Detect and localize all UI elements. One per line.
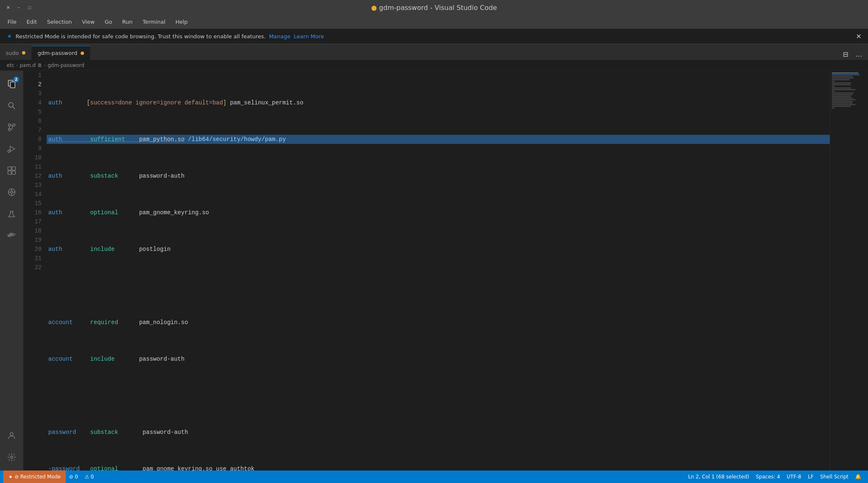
breadcrumb-file-icon: 🗎 bbox=[37, 62, 42, 68]
code-editor[interactable]: auth [success=done ignore=ignore default… bbox=[47, 71, 830, 471]
tab-bar-right: ⊟ … bbox=[836, 48, 868, 60]
breadcrumb-pamd[interactable]: pam.d bbox=[20, 62, 36, 68]
line-num-10: 10 bbox=[23, 153, 42, 162]
explorer-badge: 2 bbox=[13, 77, 19, 82]
menu-bar: File Edit Selection View Go Run Terminal… bbox=[0, 15, 868, 29]
menu-terminal[interactable]: Terminal bbox=[138, 17, 170, 27]
run-debug-activity-icon[interactable] bbox=[2, 139, 22, 159]
menu-selection[interactable]: Selection bbox=[43, 17, 76, 27]
svg-rect-11 bbox=[12, 167, 15, 170]
tab-gdm-password-label: gdm-password bbox=[37, 50, 77, 56]
language-status[interactable]: Shell Script bbox=[817, 474, 852, 480]
svg-rect-1 bbox=[10, 82, 15, 88]
tab-gdm-password[interactable]: gdm-password bbox=[32, 46, 90, 60]
line-num-2: 2 bbox=[23, 80, 42, 89]
svg-point-6 bbox=[8, 129, 11, 131]
tab-sudo[interactable]: sudo bbox=[0, 46, 32, 60]
account-activity-icon[interactable] bbox=[2, 426, 22, 446]
window-controls: ✕ − □ bbox=[4, 4, 33, 11]
code-line-5: auth include postlogin bbox=[47, 245, 830, 254]
testing-activity-icon[interactable] bbox=[2, 204, 22, 224]
split-editor-icon[interactable]: ⊟ bbox=[840, 48, 851, 60]
source-control-activity-icon[interactable] bbox=[2, 117, 22, 137]
vertical-scrollbar[interactable] bbox=[863, 71, 868, 471]
svg-point-5 bbox=[13, 124, 15, 126]
menu-file[interactable]: File bbox=[3, 17, 21, 27]
status-bar-right: Ln 2, Col 1 (68 selected) Spaces: 4 UTF-… bbox=[685, 474, 865, 480]
tab-bar: sudo gdm-password ⊟ … bbox=[0, 44, 868, 60]
close-window-button[interactable]: ✕ bbox=[4, 4, 12, 11]
line-num-18: 18 bbox=[23, 226, 42, 235]
breadcrumb-etc[interactable]: etc bbox=[7, 62, 15, 68]
title-bar: ✕ − □ ● gdm-password - Visual Studio Cod… bbox=[0, 0, 868, 15]
settings-activity-icon[interactable] bbox=[2, 447, 22, 467]
code-line-11: -password optional pam_gnome_keyring.so … bbox=[47, 464, 830, 471]
breadcrumb-sep-2: › bbox=[44, 62, 46, 68]
language-label: Shell Script bbox=[820, 474, 848, 480]
menu-go[interactable]: Go bbox=[101, 17, 116, 27]
warnings-label: ⚠ 0 bbox=[85, 474, 94, 480]
warnings-status[interactable]: ⚠ 0 bbox=[82, 471, 97, 483]
code-line-10: password substack password-auth bbox=[47, 428, 830, 437]
code-line-2: auth sufficient pam_python.so /lib64/sec… bbox=[47, 135, 830, 144]
svg-point-15 bbox=[10, 191, 13, 193]
tab-gdm-password-modified-dot bbox=[81, 52, 84, 55]
tab-sudo-label: sudo bbox=[6, 50, 19, 56]
svg-rect-10 bbox=[8, 167, 11, 170]
line-ending-status[interactable]: LF bbox=[805, 474, 817, 480]
extensions-activity-icon[interactable] bbox=[2, 161, 22, 181]
restricted-mode-status[interactable]: ✦ ⊘ Restricted Mode bbox=[3, 471, 66, 483]
maximize-window-button[interactable]: □ bbox=[26, 4, 33, 11]
line-num-19: 19 bbox=[23, 235, 42, 245]
manage-link[interactable]: Manage bbox=[269, 33, 291, 40]
docker-activity-icon[interactable] bbox=[2, 225, 22, 245]
line-num-21: 21 bbox=[23, 254, 42, 263]
errors-label: ⊘ 0 bbox=[69, 474, 78, 480]
bell-icon: 🔔 bbox=[855, 474, 861, 480]
line-num-16: 16 bbox=[23, 208, 42, 217]
errors-status[interactable]: ⊘ 0 bbox=[66, 471, 82, 483]
encoding-label: UTF-8 bbox=[787, 474, 801, 480]
activity-bar: 2 bbox=[0, 71, 23, 471]
encoding-status[interactable]: UTF-8 bbox=[784, 474, 805, 480]
minimize-window-button[interactable]: − bbox=[15, 4, 22, 11]
svg-rect-13 bbox=[12, 171, 15, 174]
menu-edit[interactable]: Edit bbox=[22, 17, 41, 27]
vscode-logo-small: ✦ bbox=[8, 474, 13, 480]
line-numbers: 1 2 3 4 5 6 7 8 9 10 11 12 13 14 15 16 1… bbox=[23, 71, 47, 471]
learn-more-link[interactable]: Learn More bbox=[294, 33, 324, 40]
code-line-7: account required pam_nologin.so bbox=[47, 318, 830, 327]
line-num-8: 8 bbox=[23, 135, 42, 144]
svg-point-26 bbox=[10, 433, 13, 436]
notifications-status[interactable]: 🔔 bbox=[852, 474, 865, 480]
line-num-13: 13 bbox=[23, 181, 42, 190]
line-col-status[interactable]: Ln 2, Col 1 (68 selected) bbox=[685, 474, 752, 480]
menu-help[interactable]: Help bbox=[171, 17, 192, 27]
breadcrumb-gdm-password[interactable]: gdm-password bbox=[47, 62, 84, 68]
code-line-3: auth substack password-auth bbox=[47, 171, 830, 181]
line-num-1: 1 bbox=[23, 71, 42, 80]
svg-rect-21 bbox=[8, 235, 10, 236]
line-num-7: 7 bbox=[23, 126, 42, 135]
modified-dot: ● bbox=[371, 4, 377, 12]
spaces-status[interactable]: Spaces: 4 bbox=[752, 474, 783, 480]
line-num-3: 3 bbox=[23, 89, 42, 98]
svg-rect-12 bbox=[8, 171, 11, 174]
restricted-mode-label: ⊘ Restricted Mode bbox=[15, 474, 61, 480]
line-num-6: 6 bbox=[23, 116, 42, 126]
remote-explorer-activity-icon[interactable] bbox=[2, 182, 22, 202]
close-banner-button[interactable]: ✕ bbox=[856, 32, 861, 40]
line-num-4: 4 bbox=[23, 98, 42, 107]
code-line-6 bbox=[47, 281, 830, 290]
more-actions-icon[interactable]: … bbox=[853, 48, 865, 60]
line-num-17: 17 bbox=[23, 217, 42, 226]
vscode-icon: ✦ bbox=[7, 32, 12, 40]
menu-run[interactable]: Run bbox=[118, 17, 137, 27]
banner-message: Restricted Mode is intended for safe cod… bbox=[15, 33, 265, 40]
search-activity-icon[interactable] bbox=[2, 96, 22, 116]
code-line-8: account include password-auth bbox=[47, 354, 830, 364]
line-num-14: 14 bbox=[23, 190, 42, 199]
explorer-activity-icon[interactable]: 2 bbox=[2, 74, 22, 94]
code-line-1: auth [success=done ignore=ignore default… bbox=[47, 98, 830, 107]
menu-view[interactable]: View bbox=[78, 17, 99, 27]
